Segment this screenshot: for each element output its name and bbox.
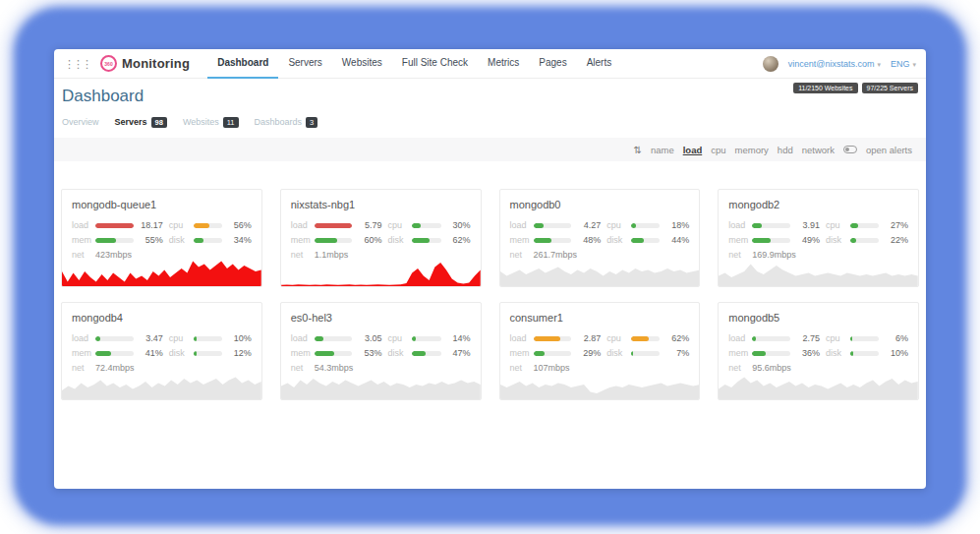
metric-label-mem: mem xyxy=(291,348,315,358)
page-header: 11/2150 Websites 97/225 Servers Dashboar… xyxy=(54,79,926,129)
load-bar-track xyxy=(752,223,790,228)
cpu-bar-fill xyxy=(631,223,636,228)
metric-row: load18.17cpu56% xyxy=(72,219,252,231)
sort-option-network[interactable]: network xyxy=(802,145,835,155)
server-card[interactable]: mongodb5load2.75cpu6%mem36%disk10%net95.… xyxy=(718,302,919,400)
disk-bar-track xyxy=(631,238,660,243)
server-name: mongodb0 xyxy=(510,199,690,210)
user-email-dropdown[interactable]: vincent@nixstats.com xyxy=(788,59,881,69)
nav-item-alerts[interactable]: Alerts xyxy=(577,49,622,79)
metric-label-cpu: cpu xyxy=(169,220,194,230)
cpu-value: 62% xyxy=(660,333,689,343)
tab-servers[interactable]: Servers98 xyxy=(115,117,167,128)
app-launcher-icon[interactable]: ⋮⋮⋮ xyxy=(64,59,90,69)
metric-mem: mem49% xyxy=(728,235,826,245)
server-card[interactable]: consumer1load2.87cpu62%mem29%disk7%net10… xyxy=(499,302,701,400)
metric-label-disk: disk xyxy=(387,348,412,358)
cpu-bar-track xyxy=(412,223,440,228)
mem-bar-fill xyxy=(534,238,552,243)
server-card[interactable]: mongodb2load3.91cpu27%mem49%disk22%net16… xyxy=(718,189,919,287)
metric-label-disk: disk xyxy=(826,348,850,358)
server-card[interactable]: mongodb0load4.27cpu18%mem48%disk44%net26… xyxy=(499,189,701,287)
mem-bar-track xyxy=(752,351,790,356)
server-card[interactable]: mongodb4load3.47cpu10%mem41%disk12%net72… xyxy=(61,302,262,400)
load-bar-fill xyxy=(752,223,762,228)
cpu-bar-fill xyxy=(194,336,197,341)
sort-option-memory[interactable]: memory xyxy=(735,145,769,155)
server-card[interactable]: nixstats-nbg1load5.79cpu30%mem60%disk62%… xyxy=(280,189,482,287)
cpu-bar-track xyxy=(631,336,660,341)
nav-item-full-site-check[interactable]: Full Site Check xyxy=(392,49,478,79)
metric-cpu: cpu62% xyxy=(606,333,689,343)
metric-label-cpu: cpu xyxy=(387,220,412,230)
metric-mem: mem60% xyxy=(291,235,388,245)
sort-option-load[interactable]: load xyxy=(683,145,703,155)
load-value: 2.87 xyxy=(571,333,606,343)
cpu-bar-fill xyxy=(850,336,852,341)
metric-label-load: load xyxy=(510,220,534,230)
metric-load: load4.27 xyxy=(510,220,607,230)
metric-row: mem41%disk12% xyxy=(72,347,252,359)
tab-dashboards[interactable]: Dashboards3 xyxy=(255,117,318,128)
load-value: 18.17 xyxy=(134,220,169,230)
language-dropdown[interactable]: ENG xyxy=(891,59,916,69)
metric-mem: mem36% xyxy=(728,348,826,358)
metric-row: load3.05cpu14% xyxy=(291,332,471,344)
disk-bar-fill xyxy=(412,351,426,356)
metric-row: mem55%disk34% xyxy=(72,234,252,246)
load-bar-track xyxy=(95,336,134,341)
servers-usage-badge: 97/225 Servers xyxy=(862,83,918,93)
tab-overview[interactable]: Overview xyxy=(62,117,99,127)
nav-item-metrics[interactable]: Metrics xyxy=(478,49,529,79)
disk-bar-fill xyxy=(194,238,203,243)
disk-bar-track xyxy=(194,238,222,243)
metric-load: load5.79 xyxy=(291,220,388,230)
mem-value: 48% xyxy=(571,235,606,245)
server-cards-grid: mongodb-queue1load18.17cpu56%mem55%disk3… xyxy=(61,189,919,400)
user-avatar[interactable] xyxy=(763,56,778,72)
disk-bar-fill xyxy=(631,351,633,356)
server-card[interactable]: mongodb-queue1load18.17cpu56%mem55%disk3… xyxy=(61,189,262,287)
sort-options: nameloadcpumemoryhddnetwork xyxy=(651,145,835,155)
metric-row: mem49%disk22% xyxy=(728,234,908,246)
mem-bar-fill xyxy=(752,238,771,243)
metric-label-mem: mem xyxy=(291,235,315,245)
metric-label-load: load xyxy=(510,333,534,343)
metric-row: mem60%disk62% xyxy=(291,234,471,246)
metric-label-mem: mem xyxy=(728,235,752,245)
nav-item-dashboard[interactable]: Dashboard xyxy=(207,49,278,79)
metric-row: load3.91cpu27% xyxy=(728,219,908,231)
nav-item-pages[interactable]: Pages xyxy=(529,49,576,79)
disk-bar-track xyxy=(850,351,879,356)
sort-option-hdd[interactable]: hdd xyxy=(778,145,793,155)
nav-item-websites[interactable]: Websites xyxy=(332,49,392,79)
mem-value: 60% xyxy=(352,235,387,245)
tab-count-badge: 11 xyxy=(223,117,239,128)
metric-load: load18.17 xyxy=(72,220,169,230)
open-alerts-label[interactable]: open alerts xyxy=(866,145,912,155)
account-usage-badges: 11/2150 Websites 97/225 Servers xyxy=(793,83,918,93)
load-value: 3.05 xyxy=(352,333,387,343)
metric-disk: disk10% xyxy=(826,348,908,358)
disk-bar-fill xyxy=(631,238,644,243)
server-card[interactable]: es0-hel3load3.05cpu14%mem53%disk47%net54… xyxy=(280,302,482,400)
sort-option-cpu[interactable]: cpu xyxy=(711,145,725,155)
open-alerts-toggle-icon[interactable] xyxy=(843,146,857,153)
metric-label-cpu: cpu xyxy=(387,333,412,343)
mem-bar-fill xyxy=(315,351,334,356)
load-bar-track xyxy=(95,223,134,228)
disk-bar-fill xyxy=(850,238,856,243)
tab-websites[interactable]: Websites11 xyxy=(183,117,239,128)
brand-logo[interactable]: 360 Monitoring xyxy=(100,55,190,72)
disk-value: 22% xyxy=(879,235,908,245)
nav-item-servers[interactable]: Servers xyxy=(278,49,331,79)
metric-cpu: cpu56% xyxy=(169,220,252,230)
tab-label: Servers xyxy=(115,117,147,127)
metric-label-mem: mem xyxy=(510,235,534,245)
mem-bar-track xyxy=(95,238,134,243)
sort-option-name[interactable]: name xyxy=(651,145,674,155)
load-sparkline-chart xyxy=(62,257,261,286)
metric-disk: disk34% xyxy=(169,235,252,245)
cpu-bar-track xyxy=(194,336,222,341)
metric-cpu: cpu6% xyxy=(826,333,908,343)
